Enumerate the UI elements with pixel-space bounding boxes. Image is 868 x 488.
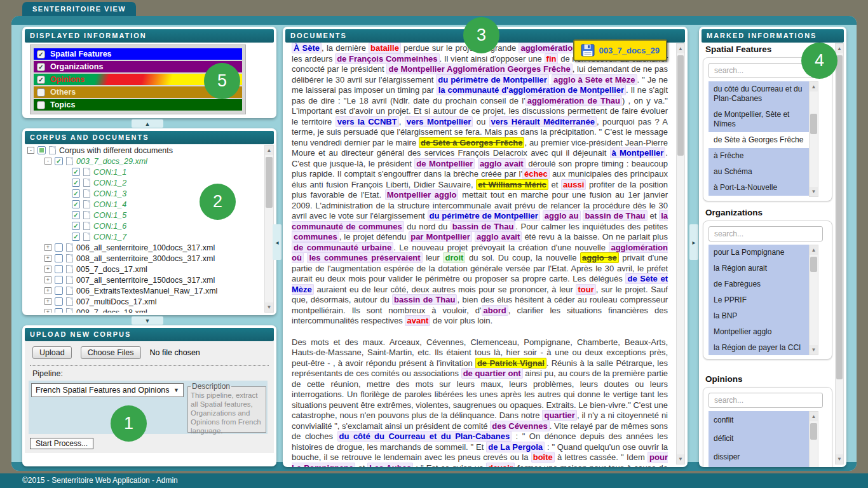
tree-checkbox[interactable]: ✓ [72, 233, 80, 241]
tree-checkbox[interactable]: ✓ [72, 200, 80, 208]
marked-item[interactable]: la Région de payer la CCI [709, 340, 818, 355]
tree-checkbox[interactable]: ✓ [72, 168, 80, 176]
scroll-thumb[interactable] [677, 55, 684, 156]
marked-item[interactable]: la BNP [709, 308, 818, 324]
entity-opp[interactable]: droit [443, 252, 465, 263]
marked-item[interactable]: du côté du Courreau et du Plan-Cabanes [709, 81, 818, 107]
marked-item[interactable]: dissiper [709, 448, 818, 466]
scroll-down-button[interactable]: ▼ [810, 187, 818, 196]
entity-org[interactable]: par Montpellier [409, 231, 472, 242]
entity-opn[interactable]: aussi [561, 179, 586, 190]
tree-checkbox[interactable]: ✓ [72, 189, 80, 198]
app-tab[interactable]: SENTERRITOIRE VIEW [22, 2, 136, 16]
tree-checkbox[interactable]: ✓ [72, 222, 80, 230]
tree-checkbox[interactable] [55, 308, 63, 313]
tree-node-label[interactable]: CON:1_7 [93, 233, 126, 241]
tree-node-label[interactable]: 008_all_senterritoire_300docs_317.xml [76, 254, 215, 263]
entity-org[interactable]: quartier [542, 410, 576, 421]
tree-checkbox[interactable] [55, 254, 63, 262]
entity-org[interactable]: abord [482, 305, 508, 316]
entity-org[interactable]: agglo à Sète et Mèze [552, 74, 637, 85]
entity-sf[interactable]: À Sète [292, 43, 322, 53]
tree-expander[interactable]: - [44, 158, 51, 165]
entity-org[interactable]: de François Commeinhes [335, 53, 439, 64]
tree-checkbox[interactable] [37, 146, 46, 154]
tree-node-label[interactable]: 007_all_senterritoire_150docs_317.xml [76, 276, 215, 285]
organizations-search-input[interactable] [709, 226, 823, 241]
tree-checkbox[interactable] [55, 276, 63, 284]
legend-row-topics[interactable]: Topics [34, 99, 242, 111]
entity-sf[interactable]: de La Pergola [486, 442, 545, 452]
tree-node-label[interactable]: 008_7_docs_18.xml [76, 308, 147, 313]
scroll-up-button[interactable]: ▲ [810, 245, 818, 255]
entity-opn[interactable]: échec [522, 168, 550, 179]
tree-node-label[interactable]: 006_ExtraitsTextesManuel_Raw_17.xml [76, 287, 217, 295]
tree-checkbox[interactable] [55, 243, 63, 252]
scroll-thumb[interactable] [810, 114, 817, 134]
entity-opn[interactable]: devoir [486, 463, 515, 468]
tree-node-label[interactable]: CON:1_3 [93, 189, 126, 198]
collapse-handle-down[interactable]: ▼ [132, 316, 163, 325]
tree-checkbox[interactable]: ✓ [55, 157, 63, 165]
tree-expander[interactable]: + [44, 255, 51, 262]
marked-item[interactable]: Le PPRIF [709, 292, 818, 308]
scroll-down-button[interactable]: ▼ [836, 454, 843, 464]
tree-expander[interactable]: + [44, 266, 51, 273]
tree-node-label[interactable]: 005_7_docs_17.xml [76, 265, 147, 274]
entity-org[interactable]: les communes préservaient [307, 252, 422, 263]
marked-item[interactable]: conflit [709, 411, 818, 430]
tree-expander[interactable]: + [44, 244, 51, 251]
tree-expander[interactable]: + [44, 298, 51, 305]
tree-node-label[interactable]: CON:1_5 [93, 211, 126, 220]
tree-node-label[interactable]: CON:1_4 [93, 200, 126, 209]
choose-files-button[interactable]: Choose Files [81, 346, 141, 359]
checkbox[interactable] [37, 101, 45, 109]
entity-opn[interactable]: bataille [369, 43, 401, 53]
scroll-up-button[interactable]: ▲ [677, 44, 684, 53]
marked-item[interactable]: au Schéma [709, 164, 818, 180]
entity-strike[interactable]: de Sète à Georges Frêche [419, 137, 525, 148]
entity-sf[interactable]: à Montpellier [610, 147, 666, 158]
collapse-handle-right[interactable]: ▸ [689, 224, 698, 260]
scroll-up-button[interactable]: ▲ [810, 82, 818, 92]
entity-org[interactable]: Les Aubes [367, 463, 413, 468]
entity-org[interactable]: de Montpellier Agglomération Georges Frê… [386, 64, 572, 74]
scroll-down-button[interactable]: ▼ [265, 302, 273, 312]
checkbox[interactable]: ✓ [37, 63, 45, 71]
tree-node-label[interactable]: 003_7_docs_29.xml [76, 157, 147, 166]
scroll-thumb[interactable] [810, 257, 817, 272]
opinions-search-input[interactable] [709, 393, 823, 408]
list-scrollbar[interactable]: ▲▼ [809, 245, 818, 355]
marked-item[interactable]: à Frêche [709, 148, 818, 164]
marked-scrollbar[interactable]: ▲ ▼ [835, 43, 844, 464]
entity-opn[interactable]: tour [576, 284, 595, 295]
tree-node-label[interactable]: CON:1_6 [93, 222, 126, 231]
entity-sf[interactable]: vers Montpellier [405, 116, 473, 127]
entity-opn[interactable]: avant [405, 315, 430, 326]
entity-org[interactable]: de communauté urbaine [292, 242, 393, 253]
scroll-down-button[interactable]: ▼ [677, 454, 684, 464]
list-scrollbar[interactable]: ▲▼ [809, 411, 818, 467]
entity-sf[interactable]: du périmètre de Montpellier [436, 74, 549, 85]
marked-item[interactable]: pour La Pompignane [709, 245, 818, 261]
entity-sf[interactable]: la communauté d'agglomération de Montpel… [437, 85, 626, 95]
checkbox[interactable]: ✓ [37, 76, 45, 84]
marked-item[interactable]: de Montpellier, Sète et Nîmes [709, 107, 818, 132]
entity-sf[interactable]: vers Hérault Méditerranée [489, 116, 597, 127]
tree-checkbox[interactable]: ✓ [72, 179, 80, 187]
scroll-thumb[interactable] [836, 55, 843, 379]
start-process-button[interactable]: Start Process... [30, 438, 93, 449]
marked-item[interactable]: à Port-La-Nouvelle [709, 180, 818, 196]
entity-org[interactable]: bassin de Thau [392, 294, 457, 305]
marked-item[interactable]: déficit [709, 430, 818, 448]
scroll-up-button[interactable]: ▲ [265, 146, 273, 155]
entity-strike[interactable]: et Williams Méric [476, 179, 548, 190]
scroll-thumb[interactable] [266, 157, 273, 208]
checkbox[interactable]: ✓ [37, 50, 45, 58]
legend-row-spatial[interactable]: ✓Spatial Features [34, 48, 242, 60]
entity-org[interactable]: de Montpellier [414, 158, 475, 169]
entity-opn[interactable]: fin [545, 53, 559, 64]
marked-item[interactable] [709, 466, 818, 467]
scroll-thumb[interactable] [810, 423, 817, 440]
entity-sf[interactable]: vers la CCNBT [336, 116, 399, 127]
